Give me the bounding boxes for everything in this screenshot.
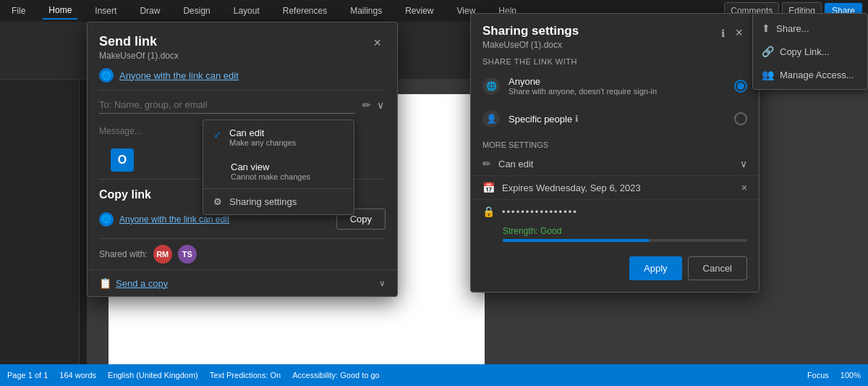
perm-check-icon: ✓ (213, 129, 222, 140)
send-link-close-button[interactable]: × (369, 34, 386, 52)
can-edit-chevron-icon[interactable]: ∨ (740, 158, 747, 169)
strength-value: Good (540, 226, 561, 236)
zoom-level[interactable]: 100% (841, 371, 861, 379)
specific-info-icon: ℹ (575, 114, 579, 124)
tab-home[interactable]: Home (43, 2, 77, 20)
specific-people-icon: 👤 (482, 110, 500, 127)
word-count: 164 words (59, 371, 96, 379)
send-link-filename: MakeUseOf (1).docx (99, 51, 179, 61)
more-settings-label: More settings (471, 135, 759, 152)
shared-with-label: Shared with: (99, 249, 148, 259)
sharing-dialog-footer: Apply Cancel (471, 248, 759, 280)
share-option-specific[interactable]: 👤 Specific people ℹ (471, 103, 759, 135)
perm-edit-title: Can edit (229, 127, 296, 138)
cancel-button[interactable]: Cancel (688, 256, 747, 280)
sharing-settings-title: Sharing settings (482, 24, 579, 38)
to-input[interactable] (99, 96, 355, 114)
page-info: Page 1 of 1 (7, 371, 48, 379)
anyone-title: Anyone (509, 76, 726, 87)
chevron-down-icon-btn[interactable]: ∨ (375, 98, 386, 112)
can-edit-row[interactable]: ✏ Can edit ∨ (471, 152, 759, 176)
share-menu-label-copy: Copy Link... (780, 46, 830, 57)
anyone-desc: Share with anyone, doesn't require sign-… (509, 87, 726, 96)
perm-sharing-settings[interactable]: ⚙ Sharing settings (203, 188, 354, 214)
send-copy-icon: 📋 (99, 277, 111, 289)
perm-edit-desc: Make any changes (229, 138, 296, 147)
perm-view-title: Can view (231, 161, 310, 172)
lock-icon: 🔒 (482, 206, 495, 217)
strength-bar-background (503, 239, 747, 242)
tab-insert[interactable]: Insert (89, 3, 122, 19)
shared-with-row: Shared with: RM TS (88, 239, 397, 269)
sharing-close-button[interactable]: × (731, 24, 747, 42)
perm-view-desc: Cannot make changes (231, 172, 310, 181)
share-menu-item-manage-access[interactable]: 👥 Manage Access... (753, 63, 867, 86)
globe-icon: 🌐 (99, 68, 114, 83)
share-context-menu: ⬆ Share... 🔗 Copy Link... 👥 Manage Acces… (752, 13, 868, 90)
outlook-icon: O (111, 148, 134, 172)
sharing-title-block: Sharing settings MakeUseOf (1).docx (482, 24, 579, 50)
share-link-with-label: Share the link with (471, 50, 759, 69)
share-menu-item-share[interactable]: ⬆ Share... (753, 17, 867, 40)
perm-can-edit[interactable]: ✓ Can edit Make any changes (203, 120, 354, 154)
pencil-icon-btn[interactable]: ✏ (361, 98, 373, 112)
anyone-globe-icon: 🌐 (482, 77, 500, 95)
perm-edit-info: Can edit Make any changes (229, 127, 296, 147)
specific-info: Specific people ℹ (509, 114, 726, 125)
perm-can-view[interactable]: Can view Cannot make changes (203, 154, 354, 188)
send-link-title: Send link (99, 34, 179, 49)
anyone-info: Anyone Share with anyone, doesn't requir… (509, 76, 726, 96)
sharing-header-right: ℹ × (721, 24, 747, 42)
focus-label[interactable]: Focus (807, 371, 829, 379)
language[interactable]: English (United Kingdom) (108, 371, 198, 379)
info-icon: ℹ (721, 28, 725, 39)
password-field[interactable]: •••••••••••••••• (502, 206, 747, 217)
apply-button[interactable]: Apply (629, 256, 682, 280)
send-link-title-block: Send link MakeUseOf (1).docx (99, 34, 179, 61)
sharing-settings-header: Sharing settings MakeUseOf (1).docx ℹ × (471, 14, 759, 50)
share-option-anyone[interactable]: 🌐 Anyone Share with anyone, doesn't requ… (471, 69, 759, 103)
anyone-radio[interactable] (734, 80, 747, 93)
share-menu-label-manage: Manage Access... (780, 70, 854, 80)
share-menu-label-share: Share... (776, 23, 809, 34)
tab-file[interactable]: File (6, 3, 31, 19)
tab-design[interactable]: Design (177, 3, 216, 19)
tab-review[interactable]: Review (399, 3, 439, 19)
expires-row[interactable]: 📅 Expires Wednesday, Sep 6, 2023 × (471, 176, 759, 200)
send-copy-row[interactable]: 📋 Send a copy ∨ (88, 269, 397, 296)
avatar-ts: TS (178, 245, 197, 264)
password-row: 🔒 •••••••••••••••• (471, 200, 759, 223)
status-bar: Page 1 of 1 164 words English (United Ki… (0, 364, 868, 386)
sharing-settings-filename: MakeUseOf (1).docx (482, 40, 579, 50)
accessibility[interactable]: Accessibility: Good to go (292, 371, 379, 379)
copy-link-access-text[interactable]: Anyone with the link can edit (119, 214, 331, 225)
people-icon: 👥 (762, 69, 774, 80)
tab-mailings[interactable]: Mailings (344, 3, 388, 19)
to-icons: ✏ ∨ (361, 98, 386, 112)
edit-pencil-icon: ✏ (482, 158, 491, 169)
can-edit-label: Can edit (498, 159, 733, 169)
perm-view-info: Can view Cannot make changes (231, 161, 310, 181)
calendar-icon: 📅 (482, 182, 495, 193)
tab-references[interactable]: References (277, 3, 333, 19)
send-copy-chevron-icon: ∨ (379, 278, 386, 288)
sharing-settings-dialog: Sharing settings MakeUseOf (1).docx ℹ × … (470, 13, 760, 293)
specific-radio[interactable] (734, 112, 747, 125)
to-row: ✏ ∨ (88, 91, 397, 119)
gear-icon: ⚙ (213, 196, 222, 207)
share-menu-item-copy-link[interactable]: 🔗 Copy Link... (753, 40, 867, 63)
permission-dropdown: ✓ Can edit Make any changes Can view Can… (203, 119, 354, 215)
send-copy-label[interactable]: Send a copy (116, 278, 375, 289)
expires-close-icon[interactable]: × (741, 182, 747, 193)
link-icon: 🔗 (762, 46, 774, 57)
avatar-rm: RM (153, 245, 172, 264)
strength-section: Strength: Good (471, 223, 759, 248)
text-predictions[interactable]: Text Predictions: On (210, 371, 281, 379)
expires-label: Expires Wednesday, Sep 6, 2023 (502, 182, 734, 193)
copy-globe-icon: 🌐 (99, 212, 114, 227)
strength-label: Strength: Good (503, 226, 747, 236)
tab-layout[interactable]: Layout (228, 3, 265, 19)
link-access-row[interactable]: 🌐 Anyone with the link can edit (88, 61, 397, 90)
tab-draw[interactable]: Draw (134, 3, 166, 19)
link-access-text[interactable]: Anyone with the link can edit (119, 70, 239, 81)
